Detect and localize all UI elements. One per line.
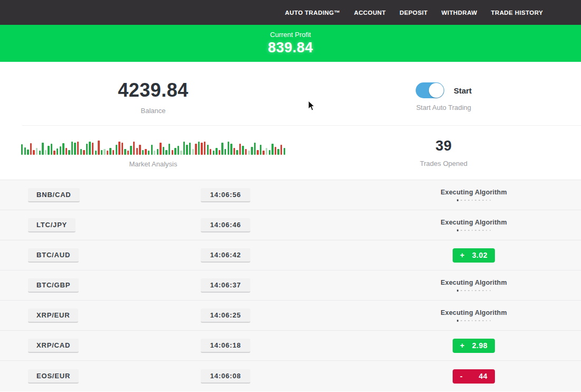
result-value: 3.02 (472, 251, 488, 259)
trades-opened-value: 39 (435, 138, 452, 154)
top-navbar: AUTO TRADING™ ACCOUNT DEPOSIT WITHDRAW T… (0, 0, 581, 25)
auto-trading-block: Start Start Auto Trading (306, 82, 581, 111)
market-analysis-block: Market Analysis (0, 138, 306, 168)
pair-badge[interactable]: BTC/GBP (28, 278, 79, 293)
executing-label: Executing Algorithm (441, 219, 507, 226)
executing-status: Executing Algorithm (441, 309, 507, 321)
table-row: XRP/EUR 14:06:25 Executing Algorithm (0, 301, 581, 331)
result-value: 44 (479, 372, 488, 380)
time-badge[interactable]: 14:06:18 (201, 339, 250, 353)
trades-opened-block: 39 Trades Opened (306, 138, 581, 167)
market-analysis-chart (21, 138, 285, 155)
auto-trading-page: AUTO TRADING™ ACCOUNT DEPOSIT WITHDRAW T… (0, 0, 581, 392)
auto-trading-label: Start Auto Trading (416, 104, 471, 111)
result-badge: + 3.02 (453, 248, 495, 263)
table-row: LTC/JPY 14:06:46 Executing Algorithm (0, 210, 581, 240)
executing-label: Executing Algorithm (441, 309, 507, 316)
pair-badge[interactable]: BNB/CAD (28, 188, 80, 202)
pair-badge[interactable]: BTC/AUD (28, 248, 79, 263)
trades-table: BNB/CAD 14:06:56 Executing Algorithm LTC… (0, 180, 581, 391)
time-badge[interactable]: 14:06:25 (201, 309, 250, 323)
table-row: BTC/GBP 14:06:37 Executing Algorithm (0, 270, 581, 301)
result-badge: - 44 (453, 369, 495, 384)
pair-badge[interactable]: LTC/JPY (28, 218, 76, 232)
time-badge[interactable]: 14:06:46 (201, 218, 250, 232)
result-sign: + (460, 341, 465, 350)
pair-badge[interactable]: EOS/EUR (28, 369, 79, 384)
balance-block: 4239.84 Balance (0, 79, 306, 115)
nav-item-withdraw[interactable]: WITHDRAW (442, 10, 477, 16)
balance-value: 4239.84 (118, 79, 189, 101)
result-sign: - (460, 372, 463, 380)
executing-status: Executing Algorithm (441, 219, 507, 231)
toggle-knob (429, 83, 444, 98)
time-badge[interactable]: 14:06:56 (201, 188, 250, 202)
progress-dots-icon (457, 229, 491, 231)
pair-badge[interactable]: XRP/CAD (28, 339, 79, 353)
table-row: BTC/AUD 14:06:42 + 3.02 (0, 240, 581, 270)
market-analysis-label: Market Analysis (129, 160, 177, 168)
trades-opened-label: Trades Opened (420, 160, 467, 167)
progress-dots-icon (457, 290, 491, 291)
table-row: BNB/CAD 14:06:56 Executing Algorithm (0, 180, 581, 210)
executing-label: Executing Algorithm (441, 279, 507, 286)
current-profit-value: 839.84 (268, 40, 313, 56)
executing-status: Executing Algorithm (441, 279, 507, 291)
nav-item-account[interactable]: ACCOUNT (354, 10, 386, 16)
pair-badge[interactable]: XRP/EUR (28, 309, 78, 323)
progress-dots-icon (457, 320, 491, 321)
progress-dots-icon (457, 199, 491, 201)
nav-item-deposit[interactable]: DEPOSIT (400, 10, 428, 16)
table-row: EOS/EUR 14:06:08 - 44 (0, 361, 581, 391)
current-profit-label: Current Profit (270, 31, 311, 39)
result-value: 2.98 (472, 341, 488, 350)
time-badge[interactable]: 14:06:08 (201, 369, 250, 384)
auto-trading-toggle[interactable] (416, 82, 444, 98)
result-sign: + (460, 251, 465, 259)
nav-item-auto-trading[interactable]: AUTO TRADING™ (285, 10, 341, 16)
current-profit-banner: Current Profit 839.84 (0, 25, 581, 62)
executing-status: Executing Algorithm (441, 189, 507, 201)
nav-item-trade-history[interactable]: TRADE HISTORY (491, 10, 543, 16)
executing-label: Executing Algorithm (441, 189, 507, 196)
balance-label: Balance (141, 107, 166, 115)
stats-section: 4239.84 Balance Start Start Auto Trading… (0, 62, 581, 180)
table-row: XRP/CAD 14:06:18 + 2.98 (0, 331, 581, 361)
time-badge[interactable]: 14:06:37 (201, 278, 250, 293)
toggle-label: Start (454, 86, 472, 95)
time-badge[interactable]: 14:06:42 (201, 248, 250, 263)
result-badge: + 2.98 (453, 339, 495, 353)
